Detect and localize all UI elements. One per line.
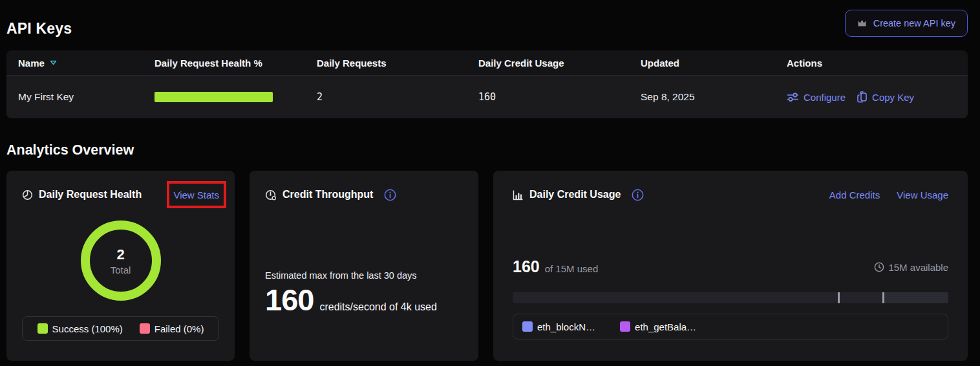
donut-total-value: 2 [116,246,124,263]
sort-descending-icon[interactable] [50,60,57,65]
updated-value: Sep 8, 2025 [641,91,787,103]
card-title-daily-request-health: Daily Request Health [39,189,142,200]
add-credits-link[interactable]: Add Credits [829,189,880,200]
create-api-key-label: Create new API key [873,18,955,28]
donut-total-label: Total [111,264,131,275]
section-title: Analytics Overview [6,142,968,158]
credit-usage-progress-bar [513,292,948,303]
analytics-cards: Daily Request Health View Stats 2 Total … [6,171,968,361]
throughput-value: 160 [265,282,314,318]
daily-credit-usage-value: 160 [478,91,641,103]
configure-link[interactable]: Configure [787,92,846,103]
legend-item-success: Success (100%) [37,323,123,334]
daily-requests-value: 2 [317,91,478,103]
copy-key-link[interactable]: Copy Key [857,91,914,103]
request-health-donut-chart: 2 Total [81,221,161,301]
column-header-name-label: Name [18,58,45,69]
view-stats-link[interactable]: View Stats [173,189,219,200]
card-title-credit-throughput: Credit Throughput [282,189,373,200]
legend-item-method: eth_getBala… [620,321,696,332]
method-label: eth_getBala… [635,321,696,332]
column-header-name[interactable]: Name [18,58,154,69]
gauge-icon [265,189,277,200]
legend-success-label: Success (100%) [52,323,123,334]
sliders-icon [787,92,799,102]
method-legend: eth_blockN… eth_getBala… [513,314,948,339]
progress-marker [882,292,884,303]
clock-icon [874,262,884,272]
bar-chart-icon [513,189,524,200]
table-header-row: Name Daily Request Health % Daily Reques… [6,50,968,76]
info-icon[interactable] [384,189,396,201]
copy-icon [857,91,868,103]
page-title: API Keys [6,20,72,38]
success-swatch [37,323,48,334]
column-header-health: Daily Request Health % [154,58,317,69]
card-credit-throughput: Credit Throughput Estimated max from the… [250,171,478,361]
donut-legend: Success (100%) Failed (0%) [22,316,219,341]
configure-label: Configure [804,92,846,103]
card-daily-credit-usage: Daily Credit Usage Add Credits View Usag… [493,171,968,361]
copy-key-label: Copy Key [872,92,914,103]
pie-chart-icon [22,189,33,200]
create-api-key-button[interactable]: Create new API key [845,10,968,37]
method-label: eth_blockN… [537,321,595,332]
card-daily-request-health: Daily Request Health View Stats 2 Total … [6,171,235,361]
credits-used-value: 160 [513,257,540,276]
column-header-actions: Actions [787,58,956,69]
legend-item-failed: Failed (0%) [140,323,204,334]
progress-reserve-segment [882,292,948,303]
throughput-suffix: credits/second of 4k used [319,301,436,313]
api-keys-table: Name Daily Request Health % Daily Reques… [6,50,968,118]
column-header-credit-usage: Daily Credit Usage [478,58,641,69]
progress-marker [838,292,840,303]
method-swatch [522,321,533,332]
failed-swatch [140,323,150,334]
column-header-updated: Updated [641,58,787,69]
api-keys-page: API Keys Create new API key Name Daily R… [0,0,980,366]
legend-failed-label: Failed (0%) [154,323,204,334]
table-row: My First Key 2 160 Sep 8, 2025 [6,76,968,118]
method-swatch [620,321,630,332]
view-usage-link[interactable]: View Usage [897,189,948,200]
credits-used-suffix: of 15M used [545,263,599,274]
card-title-daily-credit-usage: Daily Credit Usage [529,189,621,200]
credits-available-label: 15M available [888,262,948,273]
throughput-description: Estimated max from the last 30 days [265,270,463,281]
legend-item-method: eth_blockN… [522,321,595,332]
api-key-name: My First Key [18,91,154,103]
crown-icon [857,19,867,28]
column-header-requests: Daily Requests [317,58,478,69]
info-icon[interactable] [632,189,644,201]
health-percent-bar [154,92,273,102]
topbar: API Keys Create new API key [6,0,968,50]
